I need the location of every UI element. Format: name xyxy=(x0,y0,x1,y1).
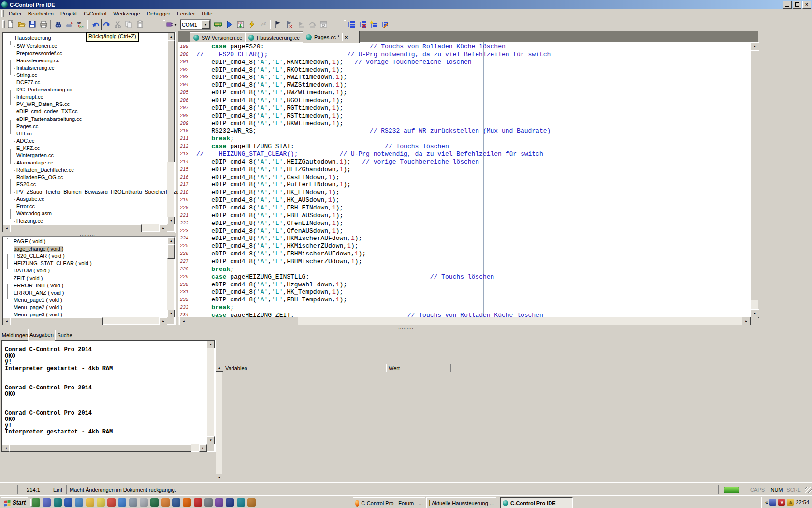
tree-item-fs20-cc[interactable]: FS20.cc xyxy=(16,181,36,187)
output-tab-ausgaben[interactable]: Ausgaben xyxy=(28,329,55,341)
editor-hscrollbar[interactable]: ◄ ► xyxy=(178,317,751,325)
network-tray-icon[interactable] xyxy=(769,499,776,506)
interface-select-button[interactable] xyxy=(164,19,178,30)
scroll-up-icon[interactable]: ▲ xyxy=(751,42,759,51)
save-button[interactable] xyxy=(27,19,38,30)
tree-item-dcf77-cc[interactable]: DCF77.cc xyxy=(16,79,40,85)
tree-item-alarmanlage-cc[interactable]: Alarmanlage.cc xyxy=(16,160,53,165)
scroll-left-icon[interactable]: ◄ xyxy=(3,317,11,325)
function-item-error_init[interactable]: ERROR_INIT ( void ) xyxy=(14,283,63,288)
project-add-file-button[interactable] xyxy=(346,19,357,30)
cut-button[interactable] xyxy=(112,19,123,30)
project-edit-button[interactable] xyxy=(379,19,391,30)
find-button[interactable] xyxy=(53,19,64,30)
code-editor[interactable]: 1992002012022032042052062072082092102112… xyxy=(178,42,758,325)
compile-start-button[interactable] xyxy=(224,19,235,30)
watch-column-wert[interactable]: Wert xyxy=(386,364,451,373)
start-button[interactable]: Start xyxy=(1,497,28,508)
scroll-down-icon[interactable]: ▼ xyxy=(216,474,223,481)
tree-item-rolladeneg-og-cc[interactable]: RolladenEG_OG.cc xyxy=(16,174,63,180)
menu-bearbeiten[interactable]: Bearbeiten xyxy=(25,10,57,17)
tree-item-initialisierung-cc[interactable]: Initialisierung.cc xyxy=(16,65,54,71)
tree-vscroll-thumb[interactable] xyxy=(167,40,175,162)
paste-button[interactable] xyxy=(134,19,145,30)
antivirus-icon[interactable] xyxy=(194,498,202,507)
restore-button[interactable] xyxy=(793,1,801,9)
tree-item-pv-wr-daten-rs-cc[interactable]: PV_WR_Daten_RS.cc xyxy=(16,101,70,107)
code-text[interactable]: case pageFS20: // Touchs von Rolladen Kü… xyxy=(196,42,747,317)
com-port-select[interactable]: COM1 ▼ xyxy=(180,19,211,30)
left-panel-splitter[interactable]: ......... xyxy=(0,232,175,236)
toggle-breakpoint-button[interactable] xyxy=(273,19,284,30)
starburst-icon[interactable] xyxy=(226,498,234,507)
function-item-menu_page1[interactable]: Menu_page1 ( void ) xyxy=(14,297,62,303)
bottom-splitter[interactable]: ......... xyxy=(0,325,812,329)
scroll-up-icon[interactable]: ▲ xyxy=(167,237,175,245)
function-item-fs20_clear[interactable]: FS20_CLEAR ( void ) xyxy=(14,253,65,259)
close-button[interactable]: × xyxy=(802,1,811,9)
tab-haussteuerung-cc[interactable]: Haussteuerung.cc xyxy=(245,32,308,43)
tree-item-wintergarten-cc[interactable]: Wintergarten.cc xyxy=(16,152,54,158)
output-hscroll-thumb[interactable] xyxy=(9,444,191,452)
tree-item-rolladen-dachflache-cc[interactable]: Rolladen_Dachflache.cc xyxy=(16,167,74,173)
minimize-button[interactable] xyxy=(783,1,792,9)
tree-hscrollbar[interactable]: ◄ ► xyxy=(3,224,167,231)
tree-item-error-cc[interactable]: Error.cc xyxy=(16,203,35,209)
antivirus-tray-icon[interactable]: V xyxy=(778,499,785,506)
menu-debugger[interactable]: Debugger xyxy=(144,10,174,17)
excel-icon[interactable] xyxy=(150,498,159,507)
function-item-menu_page3[interactable]: Menu_page3 ( void ) xyxy=(14,312,62,317)
swirl-icon[interactable] xyxy=(237,498,245,507)
function-vscrollbar[interactable]: ▲ ▼ xyxy=(167,237,174,317)
taskbar-button-c-control-pro-ide[interactable]: C-Control Pro IDE xyxy=(500,497,573,508)
search-doc-icon[interactable] xyxy=(129,498,137,507)
clear-breakpoints-button[interactable] xyxy=(284,19,295,30)
ram-button[interactable] xyxy=(213,19,224,30)
tree-item-adc-cc[interactable]: ADC.cc xyxy=(16,138,34,144)
output-hscrollbar[interactable]: ◄ ► xyxy=(2,444,207,451)
scroll-down-icon[interactable]: ▼ xyxy=(167,310,175,317)
chrome-icon[interactable] xyxy=(107,498,116,507)
fax-icon[interactable] xyxy=(204,498,213,507)
editor-vscrollbar[interactable]: ▲ ▼ xyxy=(751,42,758,317)
taskbar-button-c-control-pro-forum-[interactable]: C-Control Pro - Forum - ... xyxy=(353,497,425,508)
picasa-icon[interactable] xyxy=(215,498,223,507)
copy-button[interactable] xyxy=(123,19,134,30)
tree-item-haussteuerung-cc[interactable]: Haussteuerung.cc xyxy=(16,58,59,63)
print-button[interactable] xyxy=(38,19,49,30)
tree-item-preprozessordef-cc[interactable]: Preprozessordef.cc xyxy=(16,50,62,56)
function-item-menu_page2[interactable]: Menu_page2 ( void ) xyxy=(14,304,62,310)
menu-projekt[interactable]: Projekt xyxy=(57,10,80,17)
firefox-icon[interactable] xyxy=(183,498,191,507)
scroll-left-icon[interactable]: ◄ xyxy=(3,224,11,232)
menu-gripper[interactable] xyxy=(1,10,4,17)
tree-item-edip-cmd-codes-txt-cc[interactable]: eDIP_cmd_codes_TXT.cc xyxy=(16,108,78,114)
menu-c-control[interactable]: C-Control xyxy=(80,10,110,17)
tree-item-pages-cc[interactable]: Pages.cc xyxy=(16,123,38,129)
lock-tray-icon[interactable]: a xyxy=(787,499,794,506)
taskbar-button-aktuelle-haussteuerung-[interactable]: Aktuelle Haussteuerung ... xyxy=(426,497,496,508)
c-control-icon[interactable] xyxy=(54,498,62,507)
tree-item-uti-cc[interactable]: UTI.cc xyxy=(16,131,32,136)
watch-column-variablen[interactable]: Variablen xyxy=(223,364,388,373)
menu-datei[interactable]: Datei xyxy=(5,10,25,17)
resize-grip[interactable] xyxy=(805,487,812,493)
tab-close-icon[interactable]: × xyxy=(342,33,350,41)
google-earth-icon[interactable] xyxy=(118,498,126,507)
new-file-button[interactable] xyxy=(5,19,16,30)
scroll-left-icon[interactable]: ◄ xyxy=(2,444,10,452)
scroll-right-icon[interactable]: ► xyxy=(160,317,167,325)
tree-item-edip-tastenabarbeitung-cc[interactable]: eDIP_Tastenabarbeitung.cc xyxy=(16,116,82,122)
tree-item-interrupt-cc[interactable]: Interrupt.cc xyxy=(16,94,43,100)
output-vscrollbar[interactable]: ▲ ▼ xyxy=(207,341,214,444)
editor-app-icon[interactable] xyxy=(75,498,83,507)
smiley-icon[interactable] xyxy=(86,498,94,507)
scroll-up-icon[interactable]: ▲ xyxy=(207,341,215,348)
notes-icon[interactable] xyxy=(140,498,148,507)
menu-werkzeuge[interactable]: Werkzeuge xyxy=(110,10,143,17)
open-file-button[interactable] xyxy=(16,19,27,30)
tree-item-pv-zsaug-teichp-blumen-bewassrg-h2oenthartg-speicherheizp-cc[interactable]: PV_ZSaug_Teichp_Blumen_Bewassrg_H2OEntha… xyxy=(16,189,186,194)
com-dropdown-arrow-icon[interactable]: ▼ xyxy=(202,20,210,29)
globe-orange-icon[interactable] xyxy=(247,498,256,507)
project-new-file-button[interactable] xyxy=(368,19,379,30)
